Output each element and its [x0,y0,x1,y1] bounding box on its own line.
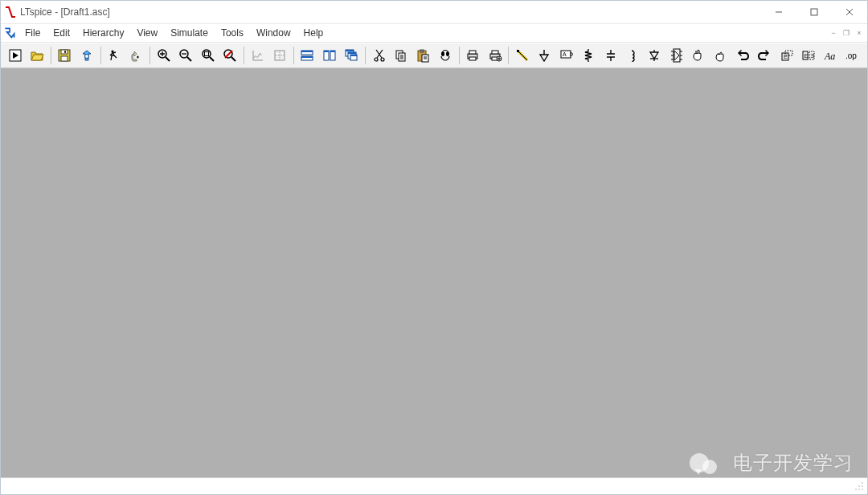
draw-wire-icon [515,48,530,63]
app-window: LTspice - [Draft1.asc] File Edit Hierarc… [0,0,868,495]
spice-directive-icon: .op [845,48,860,63]
move-button[interactable] [689,45,709,66]
copy-button[interactable] [391,45,411,66]
mdi-close[interactable]: × [853,27,866,39]
menu-simulate[interactable]: Simulate [164,26,215,40]
rotate-button[interactable]: E [776,45,796,66]
run-simulation-button[interactable] [5,45,25,66]
svg-rect-27 [348,52,356,54]
mdi-minimize[interactable]: − [827,27,840,39]
place-text-button[interactable]: Aa [821,45,841,66]
place-component-button[interactable] [666,45,686,66]
maximize-button[interactable] [796,1,832,23]
svg-point-12 [203,50,211,58]
svg-text:E: E [784,54,788,59]
toolbar-separator [459,47,460,64]
svg-point-67 [862,489,863,490]
find-button[interactable] [435,45,455,66]
svg-rect-41 [469,57,476,60]
svg-rect-35 [420,50,424,52]
place-diode-button[interactable] [645,45,665,66]
menu-file[interactable]: File [18,26,47,40]
draw-wire-button[interactable] [512,45,532,66]
svg-rect-46 [517,50,519,52]
autorange-y-button [248,45,268,66]
redo-button[interactable] [755,45,775,66]
place-ground-icon [537,48,551,63]
run-man-button[interactable] [104,45,125,66]
svg-point-64 [862,485,863,487]
menu-hierarchy[interactable]: Hierarchy [76,26,130,40]
zoom-in-button[interactable] [154,45,174,66]
zoom-fit-button[interactable] [198,45,218,66]
resize-grip[interactable] [853,480,866,493]
place-diode-icon [647,48,661,63]
menu-view[interactable]: View [130,26,164,40]
svg-rect-29 [350,55,357,56]
svg-text:A: A [563,51,567,57]
save-button[interactable] [55,45,75,66]
svg-rect-25 [346,50,354,51]
label-net-icon: A [559,48,574,63]
open-file-button[interactable] [27,45,47,66]
svg-point-66 [858,489,860,490]
tile-horiz-button[interactable] [297,45,317,66]
svg-rect-19 [301,56,313,58]
place-component-icon [669,48,684,63]
mirror-button[interactable]: EE [799,45,819,66]
redo-icon [757,48,772,63]
print-button[interactable] [463,45,483,66]
menubar: File Edit Hierarchy View Simulate Tools … [1,24,867,43]
print-setup-button[interactable] [485,45,505,66]
window-title: LTspice - [Draft1.asc] [20,6,110,18]
control-panel-button[interactable] [76,45,96,66]
place-text-icon: Aa [824,48,838,63]
window-controls [761,1,867,23]
halt-button[interactable] [126,45,146,66]
cascade-button[interactable] [342,45,362,66]
close-button[interactable] [832,1,867,23]
svg-rect-7 [64,51,66,53]
spice-directive-button[interactable]: .op [842,45,862,66]
svg-text:.op: .op [845,51,857,60]
svg-point-63 [858,485,860,487]
paste-button[interactable] [413,45,433,66]
svg-point-37 [441,51,444,56]
svg-marker-52 [674,51,679,60]
menu-help[interactable]: Help [297,26,330,40]
toolbar-separator [149,47,150,64]
svg-rect-21 [324,51,329,52]
save-icon [57,48,72,63]
svg-marker-50 [650,52,658,59]
label-net-button[interactable]: A [556,45,576,66]
cut-button[interactable] [369,45,389,66]
toolbar-separator [293,47,294,64]
statusbar [1,477,867,494]
zoom-pan-off-button[interactable] [220,45,240,66]
menu-window[interactable]: Window [250,26,297,40]
schematic-canvas[interactable] [1,68,867,477]
place-inductor-button[interactable] [622,45,642,66]
minimize-button[interactable] [761,1,796,23]
svg-rect-6 [61,56,68,61]
place-ground-button[interactable] [534,45,555,66]
document-icon [2,26,17,40]
mirror-icon: EE [801,48,816,63]
svg-rect-17 [301,51,313,52]
zoom-out-icon [178,48,193,63]
zoom-out-button[interactable] [176,45,196,66]
tile-horiz-icon [300,48,314,63]
place-resistor-button[interactable] [579,45,599,66]
svg-point-30 [375,58,378,61]
drag-button[interactable] [710,45,731,66]
undo-button[interactable] [732,45,752,66]
menu-tools[interactable]: Tools [215,26,250,40]
svg-point-8 [84,55,88,59]
toolbar-separator [244,47,244,64]
place-capacitor-button[interactable] [600,45,620,66]
mdi-restore[interactable]: ❐ [840,27,853,39]
tile-vert-button[interactable] [319,45,339,66]
menu-edit[interactable]: Edit [47,26,76,40]
find-icon [438,48,452,63]
print-icon [465,48,480,63]
